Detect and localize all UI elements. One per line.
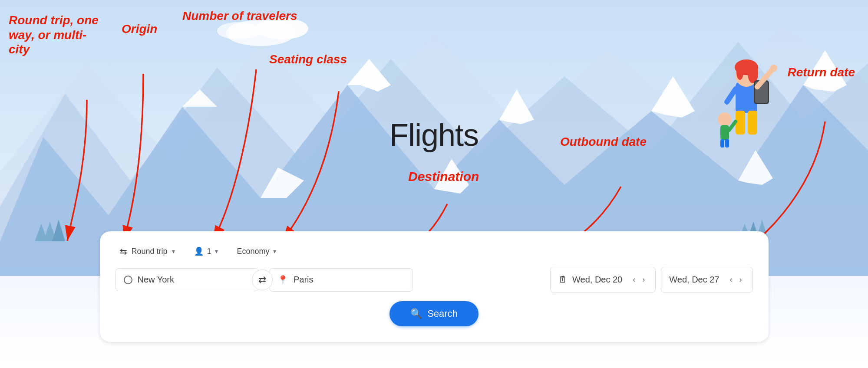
travelers-count: 1 [207,247,211,256]
search-button-label: Search [427,308,458,319]
traveler-illustration [712,35,790,148]
origin-circle-icon [124,276,132,284]
location-pin-icon: 📍 [277,275,288,285]
origin-field[interactable]: New York [116,268,259,291]
svg-line-31 [727,89,736,102]
seating-class-annotation: Seating class [269,52,347,67]
outbound-date-prev[interactable]: ‹ [630,273,638,286]
trip-type-button[interactable]: ⇆ Round trip ▾ [116,243,179,259]
hero-section: Round trip, one way, or multi-city Origi… [0,0,868,368]
svg-point-24 [736,66,743,80]
search-button-wrap: 🔍 Search [116,301,753,326]
svg-point-32 [718,112,732,126]
svg-rect-25 [736,111,745,135]
return-date-annotation: Return date [787,65,855,80]
round-trip-icon: ⇆ [120,246,127,256]
search-panel: ⇆ Round trip ▾ 👤 1 ▾ Economy ▾ New York [100,231,769,342]
search-options-row: ⇆ Round trip ▾ 👤 1 ▾ Economy ▾ [116,243,753,259]
seating-class-button[interactable]: Economy ▾ [233,244,281,259]
return-date-prev[interactable]: ‹ [727,273,735,286]
search-fields-row: New York ⇄ 📍 Paris 🗓 Wed, Dec 20 ‹ › [116,267,753,292]
num-travelers-annotation: Number of travelers [182,9,297,23]
outbound-date-annotation: Outbound date [560,135,647,149]
outbound-date-value: Wed, Dec 20 [572,275,622,285]
svg-rect-35 [725,139,729,148]
calendar-icon: 🗓 [558,275,567,285]
trip-type-chevron: ▾ [172,248,175,255]
return-date-next[interactable]: › [737,273,745,286]
page-title: Flights [389,117,479,153]
outbound-date-nav: ‹ › [630,273,647,286]
destination-field[interactable]: 📍 Paris [269,268,413,292]
origin-value: New York [138,275,175,285]
trip-type-label: Round trip [132,247,168,256]
return-date-value: Wed, Dec 27 [669,275,719,285]
seating-class-label: Economy [237,247,270,256]
return-date-nav: ‹ › [727,273,745,286]
origin-annotation: Origin [122,22,157,36]
svg-point-19 [217,22,261,39]
destination-annotation: Destination [408,169,479,184]
person-icon: 👤 [194,246,204,256]
search-icon: 🔍 [410,308,422,319]
return-date-field[interactable]: Wed, Dec 27 ‹ › [661,267,752,292]
travelers-button[interactable]: 👤 1 ▾ [190,244,222,259]
travelers-chevron: ▾ [215,248,218,255]
svg-rect-26 [748,111,757,135]
seating-class-chevron: ▾ [273,248,276,255]
svg-point-30 [770,65,777,72]
search-button[interactable]: 🔍 Search [389,301,479,326]
destination-value: Paris [294,275,314,285]
outbound-date-field[interactable]: 🗓 Wed, Dec 20 ‹ › [550,267,656,292]
swap-button[interactable]: ⇄ [252,269,273,290]
svg-marker-7 [499,89,534,124]
outbound-date-next[interactable]: › [640,273,647,286]
swap-icon: ⇄ [258,274,266,286]
svg-rect-34 [720,139,724,148]
svg-rect-33 [720,125,729,140]
round-trip-annotation: Round trip, one way, or multi-city [9,13,104,57]
